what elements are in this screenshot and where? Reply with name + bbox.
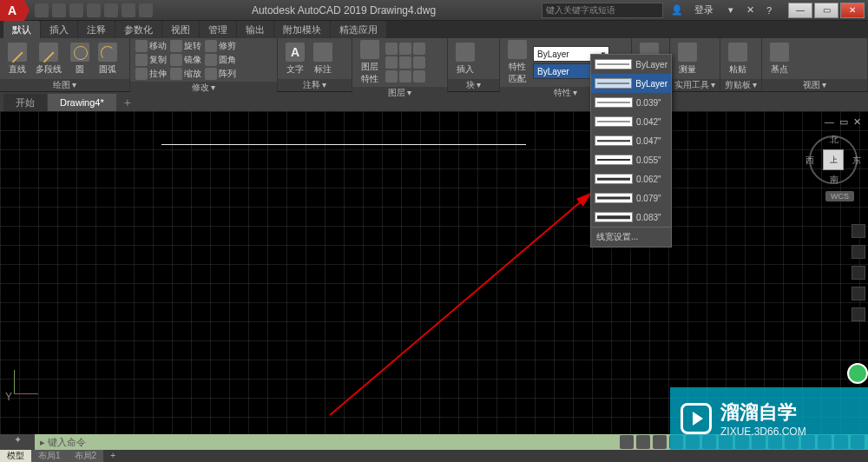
- help-search-input[interactable]: 键入关键字或短语: [542, 3, 663, 18]
- lw-item-5[interactable]: 0.079": [591, 188, 671, 208]
- add-layout-button[interactable]: +: [103, 450, 122, 462]
- nav-zoom-icon[interactable]: [852, 266, 865, 280]
- lineweight-dropdown[interactable]: ByLayer ByLayer 0.039"0.042"0.047"0.055"…: [590, 54, 672, 248]
- viewcube-north[interactable]: 北: [830, 134, 838, 146]
- viewcube-face-top[interactable]: 上: [823, 149, 844, 170]
- tab-manage[interactable]: 管理: [200, 21, 236, 38]
- qat-plot-icon[interactable]: [104, 3, 118, 17]
- panel-view-label[interactable]: 视图 ▾: [762, 79, 867, 91]
- layer-off-icon[interactable]: [385, 43, 398, 55]
- stretch-button[interactable]: 拉伸: [135, 68, 167, 80]
- lw-bylayer-selected[interactable]: ByLayer: [591, 74, 671, 93]
- copy-button[interactable]: 复制: [135, 54, 167, 66]
- tab-annotate[interactable]: 注释: [78, 21, 115, 38]
- viewcube-west[interactable]: 西: [806, 155, 814, 167]
- text-button[interactable]: 文字: [283, 43, 307, 76]
- basepoint-button[interactable]: 基点: [767, 43, 792, 76]
- tab-default[interactable]: 默认: [3, 21, 40, 38]
- qat-redo-icon[interactable]: [139, 3, 153, 17]
- sb-snap-icon[interactable]: [653, 435, 667, 449]
- layer-iso-icon[interactable]: [413, 56, 425, 69]
- view-cube[interactable]: 上 北 南 东 西: [809, 135, 858, 184]
- polyline-button[interactable]: 多段线: [33, 43, 64, 76]
- lineweight-settings-button[interactable]: 线宽设置...: [591, 227, 671, 247]
- layer-match-icon[interactable]: [385, 56, 398, 69]
- sb-model-icon[interactable]: [620, 435, 634, 449]
- tab-insert[interactable]: 插入: [41, 21, 77, 38]
- dimension-button[interactable]: 标注: [311, 43, 335, 76]
- tab-output[interactable]: 输出: [237, 21, 273, 38]
- move-button[interactable]: 移动: [135, 40, 167, 52]
- rotate-button[interactable]: 旋转: [170, 40, 201, 52]
- viewcube-south[interactable]: 南: [830, 174, 838, 186]
- panel-clipboard-label[interactable]: 剪贴板 ▾: [720, 79, 761, 91]
- viewcube-east[interactable]: 东: [852, 155, 861, 167]
- layer-lock-icon[interactable]: [413, 43, 425, 55]
- vp-minimize-icon[interactable]: —: [825, 116, 834, 128]
- arc-button[interactable]: 圆弧: [95, 43, 120, 76]
- tab-featured-apps[interactable]: 精选应用: [331, 21, 386, 38]
- tab-model[interactable]: 模型: [0, 450, 31, 462]
- sb-grid-icon[interactable]: [636, 435, 650, 449]
- measure-button[interactable]: 测量: [675, 43, 700, 76]
- help-icon[interactable]: ?: [762, 3, 776, 17]
- match-properties-button[interactable]: 特性 匹配: [505, 40, 529, 85]
- vp-close-icon[interactable]: ✕: [853, 116, 861, 128]
- paste-button[interactable]: 粘贴: [726, 43, 750, 76]
- a360-icon[interactable]: ▾: [724, 3, 738, 17]
- scale-button[interactable]: 缩放: [170, 68, 201, 80]
- qat-undo-icon[interactable]: [122, 3, 135, 17]
- tab-start[interactable]: 开始: [3, 94, 47, 111]
- panel-block-label[interactable]: 块 ▾: [448, 79, 499, 91]
- wcs-badge[interactable]: WCS: [825, 191, 854, 201]
- tab-layout1[interactable]: 布局1: [31, 450, 68, 462]
- trim-button[interactable]: 修剪: [205, 40, 236, 52]
- panel-annotation-label[interactable]: 注释 ▾: [278, 79, 352, 91]
- lw-item-1[interactable]: 0.042": [591, 112, 671, 131]
- layer-properties-button[interactable]: 图层 特性: [358, 40, 382, 85]
- layer-prev-icon[interactable]: [399, 56, 411, 69]
- nav-showmotion-icon[interactable]: [852, 307, 865, 321]
- lw-item-2[interactable]: 0.047": [591, 131, 671, 150]
- layer-on-icon[interactable]: [385, 70, 398, 82]
- mirror-button[interactable]: 镜像: [170, 54, 201, 66]
- exchange-icon[interactable]: ✕: [743, 3, 757, 17]
- circle-button[interactable]: 圆: [68, 43, 92, 76]
- app-logo[interactable]: A: [0, 0, 24, 21]
- layer-thaw-icon[interactable]: [399, 70, 411, 82]
- layer-unlock-icon[interactable]: [413, 70, 425, 82]
- nav-wheel-icon[interactable]: [852, 224, 865, 238]
- fillet-button[interactable]: 圆角: [205, 54, 236, 66]
- layer-freeze-icon[interactable]: [399, 43, 411, 55]
- tab-addins[interactable]: 附加模块: [274, 21, 330, 38]
- insert-block-button[interactable]: 插入: [453, 43, 477, 76]
- minimize-button[interactable]: —: [788, 3, 812, 18]
- lw-item-3[interactable]: 0.055": [591, 150, 671, 169]
- lw-item-4[interactable]: 0.062": [591, 169, 671, 188]
- qat-save-icon[interactable]: [69, 3, 83, 17]
- cmdline-handle-icon[interactable]: ✦: [0, 434, 35, 450]
- line-button[interactable]: 直线: [5, 43, 30, 76]
- array-button[interactable]: 阵列: [205, 68, 236, 80]
- panel-utilities-label[interactable]: 实用工具 ▾: [670, 79, 720, 91]
- nav-pan-icon[interactable]: [852, 245, 865, 259]
- login-button[interactable]: 登录: [689, 3, 719, 16]
- lw-item-0[interactable]: 0.039": [591, 93, 671, 112]
- qat-open-icon[interactable]: [52, 3, 66, 17]
- panel-layer-label[interactable]: 图层 ▾: [352, 87, 447, 99]
- drawn-line-segment[interactable]: [161, 144, 526, 145]
- lw-item-6[interactable]: 0.083": [591, 208, 671, 227]
- panel-draw-label[interactable]: 绘图 ▾: [0, 79, 129, 91]
- lw-bylayer-top[interactable]: ByLayer: [591, 55, 671, 74]
- tab-parametric[interactable]: 参数化: [115, 21, 161, 38]
- vp-restore-icon[interactable]: ▭: [839, 116, 848, 128]
- tab-drawing4[interactable]: Drawing4*: [48, 94, 116, 111]
- close-button[interactable]: ✕: [840, 3, 865, 18]
- maximize-button[interactable]: ▭: [814, 3, 838, 18]
- qat-saveas-icon[interactable]: [87, 3, 101, 17]
- new-tab-button[interactable]: +: [117, 94, 138, 111]
- nav-orbit-icon[interactable]: [852, 287, 865, 300]
- tab-layout2[interactable]: 布局2: [68, 450, 104, 462]
- panel-modify-label[interactable]: 修改 ▾: [130, 82, 277, 94]
- qat-new-icon[interactable]: [35, 3, 49, 17]
